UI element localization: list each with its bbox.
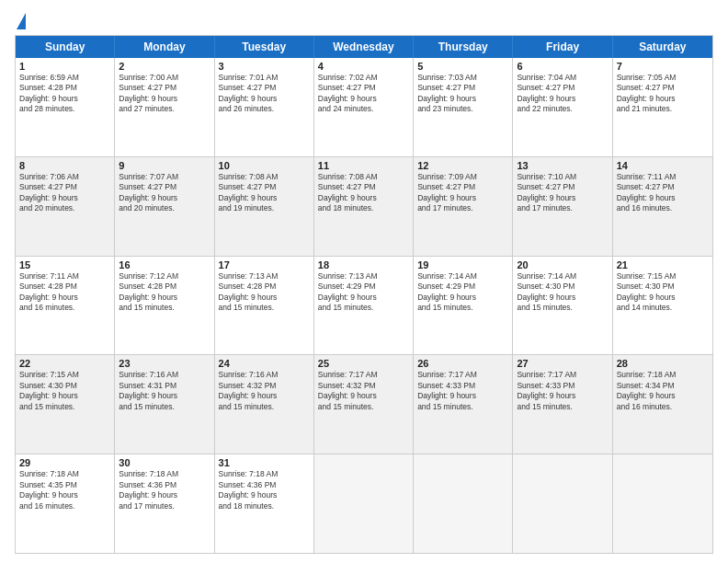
calendar-header-cell: Thursday (414, 36, 513, 58)
cell-info: Sunrise: 7:16 AM Sunset: 4:32 PM Dayligh… (219, 370, 310, 412)
calendar-header-cell: Wednesday (314, 36, 414, 58)
cell-info: Sunrise: 7:11 AM Sunset: 4:27 PM Dayligh… (617, 172, 709, 214)
cell-info: Sunrise: 7:14 AM Sunset: 4:30 PM Dayligh… (517, 271, 608, 314)
day-number: 4 (318, 61, 409, 72)
calendar-cell: 13Sunrise: 7:10 AM Sunset: 4:27 PM Dayli… (513, 157, 612, 256)
calendar-cell: 15Sunrise: 7:11 AM Sunset: 4:28 PM Dayli… (16, 257, 115, 355)
cell-info: Sunrise: 7:08 AM Sunset: 4:27 PM Dayligh… (219, 172, 310, 214)
calendar-cell: 6Sunrise: 7:04 AM Sunset: 4:27 PM Daylig… (513, 58, 612, 156)
cell-info: Sunrise: 7:07 AM Sunset: 4:27 PM Dayligh… (119, 172, 210, 214)
day-number: 12 (417, 160, 508, 171)
day-number: 16 (119, 259, 210, 270)
day-number: 27 (517, 358, 608, 369)
day-number: 13 (517, 160, 608, 171)
day-number: 8 (19, 160, 110, 171)
calendar-cell: 18Sunrise: 7:13 AM Sunset: 4:29 PM Dayli… (314, 257, 414, 355)
calendar-header: SundayMondayTuesdayWednesdayThursdayFrid… (16, 36, 712, 58)
calendar-cell: 27Sunrise: 7:17 AM Sunset: 4:33 PM Dayli… (513, 355, 612, 454)
cell-info: Sunrise: 7:18 AM Sunset: 4:35 PM Dayligh… (19, 469, 110, 511)
cell-info: Sunrise: 7:18 AM Sunset: 4:36 PM Dayligh… (119, 469, 210, 511)
calendar-cell: 14Sunrise: 7:11 AM Sunset: 4:27 PM Dayli… (613, 157, 712, 256)
day-number: 7 (617, 61, 709, 72)
day-number: 17 (219, 259, 310, 270)
calendar-cell: 22Sunrise: 7:15 AM Sunset: 4:30 PM Dayli… (16, 355, 115, 454)
calendar-row: 29Sunrise: 7:18 AM Sunset: 4:35 PM Dayli… (16, 454, 712, 553)
day-number: 9 (119, 160, 210, 171)
cell-info: Sunrise: 6:59 AM Sunset: 4:28 PM Dayligh… (19, 73, 110, 115)
calendar-cell: 28Sunrise: 7:18 AM Sunset: 4:34 PM Dayli… (613, 355, 712, 454)
day-number: 11 (318, 160, 409, 171)
day-number: 18 (318, 259, 409, 270)
calendar-header-cell: Sunday (16, 36, 115, 58)
calendar-cell: 19Sunrise: 7:14 AM Sunset: 4:29 PM Dayli… (414, 257, 513, 355)
calendar-header-cell: Monday (115, 36, 214, 58)
cell-info: Sunrise: 7:04 AM Sunset: 4:27 PM Dayligh… (517, 73, 608, 115)
cell-info: Sunrise: 7:17 AM Sunset: 4:33 PM Dayligh… (517, 370, 608, 412)
cell-info: Sunrise: 7:13 AM Sunset: 4:28 PM Dayligh… (219, 271, 310, 314)
calendar-header-cell: Tuesday (215, 36, 314, 58)
day-number: 1 (19, 61, 110, 72)
calendar-cell: 16Sunrise: 7:12 AM Sunset: 4:28 PM Dayli… (115, 257, 214, 355)
day-number: 14 (617, 160, 709, 171)
cell-info: Sunrise: 7:01 AM Sunset: 4:27 PM Dayligh… (219, 73, 310, 115)
calendar: SundayMondayTuesdayWednesdayThursdayFrid… (15, 35, 713, 554)
day-number: 31 (219, 457, 310, 468)
calendar-cell: 5Sunrise: 7:03 AM Sunset: 4:27 PM Daylig… (414, 58, 513, 156)
day-number: 29 (19, 457, 110, 468)
cell-info: Sunrise: 7:03 AM Sunset: 4:27 PM Dayligh… (417, 73, 508, 115)
day-number: 24 (219, 358, 310, 369)
logo-triangle-icon (17, 13, 26, 29)
calendar-cell: 10Sunrise: 7:08 AM Sunset: 4:27 PM Dayli… (215, 157, 314, 256)
cell-info: Sunrise: 7:12 AM Sunset: 4:28 PM Dayligh… (119, 271, 210, 314)
calendar-row: 8Sunrise: 7:06 AM Sunset: 4:27 PM Daylig… (16, 156, 712, 256)
calendar-cell: 23Sunrise: 7:16 AM Sunset: 4:31 PM Dayli… (115, 355, 214, 454)
calendar-cell: 9Sunrise: 7:07 AM Sunset: 4:27 PM Daylig… (115, 157, 214, 256)
day-number: 3 (219, 61, 310, 72)
calendar-cell: 2Sunrise: 7:00 AM Sunset: 4:27 PM Daylig… (115, 58, 214, 156)
calendar-cell: 17Sunrise: 7:13 AM Sunset: 4:28 PM Dayli… (215, 257, 314, 355)
calendar-cell: 30Sunrise: 7:18 AM Sunset: 4:36 PM Dayli… (115, 454, 214, 553)
calendar-header-cell: Saturday (613, 36, 712, 58)
calendar-cell (314, 454, 414, 553)
day-number: 15 (19, 259, 110, 270)
calendar-cell (613, 454, 712, 553)
cell-info: Sunrise: 7:16 AM Sunset: 4:31 PM Dayligh… (119, 370, 210, 412)
calendar-cell: 12Sunrise: 7:09 AM Sunset: 4:27 PM Dayli… (414, 157, 513, 256)
day-number: 10 (219, 160, 310, 171)
cell-info: Sunrise: 7:11 AM Sunset: 4:28 PM Dayligh… (19, 271, 110, 314)
calendar-header-cell: Friday (513, 36, 612, 58)
calendar-cell (414, 454, 513, 553)
page: SundayMondayTuesdayWednesdayThursdayFrid… (0, 0, 728, 563)
cell-info: Sunrise: 7:18 AM Sunset: 4:36 PM Dayligh… (219, 469, 310, 511)
day-number: 19 (417, 259, 508, 270)
cell-info: Sunrise: 7:18 AM Sunset: 4:34 PM Dayligh… (617, 370, 709, 412)
calendar-cell: 21Sunrise: 7:15 AM Sunset: 4:30 PM Dayli… (613, 257, 712, 355)
calendar-cell: 26Sunrise: 7:17 AM Sunset: 4:33 PM Dayli… (414, 355, 513, 454)
day-number: 23 (119, 358, 210, 369)
logo (15, 11, 26, 29)
cell-info: Sunrise: 7:06 AM Sunset: 4:27 PM Dayligh… (19, 172, 110, 214)
day-number: 25 (318, 358, 409, 369)
cell-info: Sunrise: 7:00 AM Sunset: 4:27 PM Dayligh… (119, 73, 210, 115)
header (15, 11, 713, 29)
cell-info: Sunrise: 7:10 AM Sunset: 4:27 PM Dayligh… (517, 172, 608, 214)
calendar-cell: 4Sunrise: 7:02 AM Sunset: 4:27 PM Daylig… (314, 58, 414, 156)
day-number: 21 (617, 259, 709, 270)
day-number: 6 (517, 61, 608, 72)
cell-info: Sunrise: 7:17 AM Sunset: 4:33 PM Dayligh… (417, 370, 508, 412)
day-number: 22 (19, 358, 110, 369)
cell-info: Sunrise: 7:15 AM Sunset: 4:30 PM Dayligh… (19, 370, 110, 412)
day-number: 20 (517, 259, 608, 270)
cell-info: Sunrise: 7:05 AM Sunset: 4:27 PM Dayligh… (617, 73, 709, 115)
calendar-row: 15Sunrise: 7:11 AM Sunset: 4:28 PM Dayli… (16, 256, 712, 355)
calendar-body: 1Sunrise: 6:59 AM Sunset: 4:28 PM Daylig… (16, 58, 712, 553)
cell-info: Sunrise: 7:14 AM Sunset: 4:29 PM Dayligh… (417, 271, 508, 314)
calendar-cell: 29Sunrise: 7:18 AM Sunset: 4:35 PM Dayli… (16, 454, 115, 553)
day-number: 2 (119, 61, 210, 72)
day-number: 30 (119, 457, 210, 468)
calendar-cell: 1Sunrise: 6:59 AM Sunset: 4:28 PM Daylig… (16, 58, 115, 156)
day-number: 28 (617, 358, 709, 369)
calendar-row: 1Sunrise: 6:59 AM Sunset: 4:28 PM Daylig… (16, 58, 712, 156)
calendar-row: 22Sunrise: 7:15 AM Sunset: 4:30 PM Dayli… (16, 354, 712, 454)
cell-info: Sunrise: 7:08 AM Sunset: 4:27 PM Dayligh… (318, 172, 409, 214)
